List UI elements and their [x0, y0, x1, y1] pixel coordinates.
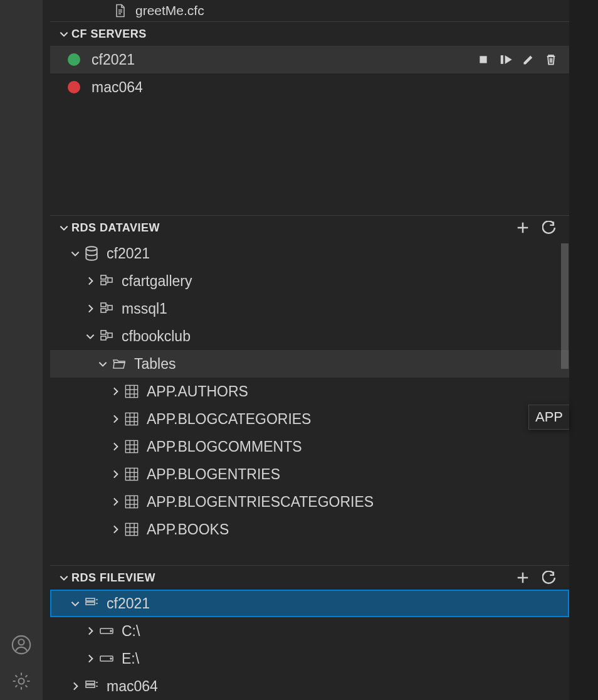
chevron-right-icon: [108, 496, 123, 507]
section-rds-dataview: RDS DATAVIEW cf2021: [50, 215, 569, 565]
fileview-server-label: cf2021: [107, 595, 569, 612]
table-item[interactable]: APP.BLOGENTRIESCATEGORIES: [50, 488, 569, 516]
server-label: mac064: [92, 79, 569, 96]
svg-rect-23: [125, 413, 137, 425]
refresh-icon[interactable]: [540, 219, 558, 236]
datasource-root[interactable]: cf2021: [50, 240, 569, 267]
rds-fileview-tree: cf2021 C:\ E:\ mac064: [50, 590, 569, 700]
table-item[interactable]: APP.BLOGENTRIES: [50, 460, 569, 488]
section-header-rds-fileview[interactable]: RDS FILEVIEW: [50, 566, 569, 590]
db-schema-icon: [98, 300, 115, 317]
chevron-right-icon: [108, 469, 123, 480]
tables-label: Tables: [134, 356, 569, 373]
svg-rect-6: [480, 56, 486, 63]
scrollbar-thumb[interactable]: [561, 243, 569, 369]
svg-rect-48: [86, 598, 95, 601]
drive-item[interactable]: E:\: [50, 645, 569, 672]
trash-icon[interactable]: [543, 51, 559, 68]
chevron-right-icon: [68, 681, 83, 692]
fileview-server-mac064[interactable]: mac064: [50, 672, 569, 700]
scrollbar-vertical[interactable]: [560, 240, 569, 565]
svg-rect-17: [108, 333, 112, 337]
activity-bar: [0, 0, 43, 700]
svg-point-51: [110, 630, 112, 632]
svg-rect-15: [101, 331, 106, 334]
refresh-icon[interactable]: [540, 569, 558, 586]
add-icon[interactable]: [514, 219, 532, 236]
database-item[interactable]: cfartgallery: [50, 267, 569, 295]
section-title: CF SERVERS: [71, 28, 563, 41]
chevron-down-icon: [68, 598, 83, 609]
table-grid-icon: [123, 438, 140, 455]
side-panel: greetMe.cfc CF SERVERS cf2021: [50, 0, 569, 700]
server-file-icon: [83, 595, 100, 612]
svg-rect-10: [101, 281, 106, 285]
svg-rect-18: [125, 385, 137, 397]
db-label: mssql1: [122, 300, 569, 317]
svg-point-1: [18, 639, 24, 645]
account-icon[interactable]: [6, 630, 36, 660]
chevron-down-icon: [56, 28, 71, 40]
table-name: APP.BLOGENTRIES: [147, 466, 569, 483]
fileview-server-label: mac064: [107, 678, 569, 695]
drive-item[interactable]: C:\: [50, 617, 569, 645]
table-grid-icon: [123, 410, 140, 428]
document-icon: [113, 3, 128, 18]
server-actions: [475, 51, 569, 68]
db-schema-icon: [98, 272, 115, 290]
table-item[interactable]: APP.BLOGCATEGORIES: [50, 405, 569, 433]
server-item-cf2021[interactable]: cf2021: [50, 46, 569, 73]
table-grid-icon: [123, 383, 140, 400]
svg-rect-55: [86, 685, 95, 687]
svg-rect-12: [101, 303, 106, 307]
svg-point-8: [86, 247, 97, 251]
tables-folder[interactable]: Tables: [50, 350, 569, 378]
section-cf-servers: CF SERVERS cf2021 mac064: [50, 21, 569, 215]
status-green-icon: [68, 53, 80, 66]
file-name: greetMe.cfc: [135, 3, 204, 18]
svg-point-53: [110, 658, 112, 659]
chevron-down-icon: [56, 572, 71, 583]
svg-point-2: [18, 678, 24, 684]
section-title: RDS FILEVIEW: [71, 571, 514, 585]
section-title: RDS DATAVIEW: [71, 221, 514, 235]
db-label: cfartgallery: [122, 273, 569, 290]
fileview-server-cf2021[interactable]: cf2021: [50, 590, 569, 617]
chevron-right-icon: [108, 386, 123, 397]
editor-area: [569, 0, 598, 700]
table-grid-icon: [123, 493, 140, 511]
drive-icon: [98, 622, 115, 640]
server-label: cf2021: [92, 51, 475, 68]
svg-rect-7: [501, 55, 503, 64]
svg-rect-38: [125, 496, 137, 507]
server-file-icon: [83, 677, 100, 695]
drive-label: E:\: [122, 650, 569, 667]
edit-icon[interactable]: [520, 51, 537, 68]
section-rds-fileview: RDS FILEVIEW cf2021 C:\: [50, 565, 569, 700]
section-header-rds-dataview[interactable]: RDS DATAVIEW: [50, 216, 569, 240]
chevron-right-icon: [108, 413, 123, 425]
db-label: cfbookclub: [122, 328, 569, 345]
table-item[interactable]: APP.BOOKS: [50, 516, 569, 543]
play-next-icon[interactable]: [498, 51, 514, 68]
explorer-file-row[interactable]: greetMe.cfc: [50, 0, 569, 21]
table-item[interactable]: APP.AUTHORS: [50, 378, 569, 405]
status-red-icon: [68, 81, 80, 93]
chevron-right-icon: [108, 441, 123, 452]
table-grid-icon: [123, 465, 140, 483]
database-item[interactable]: mssql1: [50, 295, 569, 322]
datasource-label: cf2021: [107, 245, 569, 262]
svg-rect-28: [125, 440, 137, 452]
database-item-cfbookclub[interactable]: cfbookclub: [50, 322, 569, 350]
section-header-cf-servers[interactable]: CF SERVERS: [50, 22, 569, 46]
chevron-down-icon: [68, 248, 83, 259]
stop-icon[interactable]: [475, 51, 491, 68]
svg-rect-43: [125, 523, 137, 535]
table-item[interactable]: APP.BLOGCOMMENTS: [50, 433, 569, 460]
server-item-mac064[interactable]: mac064: [50, 73, 569, 101]
drive-icon: [98, 650, 115, 667]
sidebar-gutter: [43, 0, 50, 700]
add-icon[interactable]: [514, 569, 532, 586]
svg-rect-9: [101, 275, 106, 279]
gear-icon[interactable]: [6, 666, 36, 696]
